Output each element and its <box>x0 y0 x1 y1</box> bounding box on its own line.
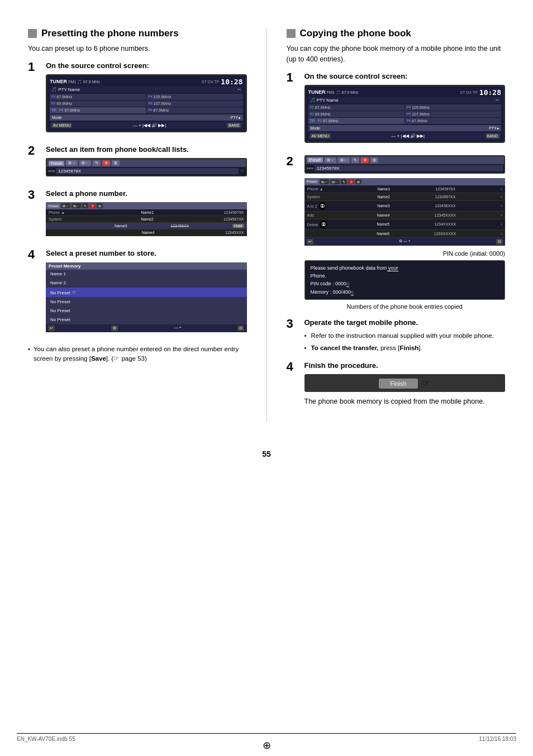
column-divider <box>266 28 267 422</box>
left-step-2: 2 Select an item from phone book/call li… <box>28 145 247 181</box>
left-list-panel: Preset ⊞→ ⊞← ✎ ③ ⊞ Phone ▲ Name1 1234567… <box>46 202 247 236</box>
left-column: Presetting the phone numbers You can pre… <box>28 28 247 422</box>
left-section-intro: You can preset up to 6 phone numbers. <box>28 44 247 54</box>
right-step-1-number: 1 <box>287 71 299 84</box>
left-device-screen-1: TUNER FM1 🎵 87.9 MHz ST DX TP 10:28 🎵 PT… <box>46 74 247 132</box>
phonebook-line-1: Please send phonebook data from your <box>311 264 499 272</box>
finish-button-panel: Finish ☞ <box>304 374 506 392</box>
step-1-content: On the source control screen: TUNER FM1 … <box>46 61 247 137</box>
step-4-label: Select a preset number to store. <box>46 248 247 259</box>
phonebook-line-2: Phone. <box>311 272 499 280</box>
step-2-label: Select an item from phone book/call list… <box>46 145 247 155</box>
right-step-4-number: 4 <box>287 361 299 373</box>
step-1-number: 1 <box>28 61 40 73</box>
phonebook-line-4: Memory : 000/400○ <box>311 288 499 296</box>
left-step-4: 4 Select a preset number to store. Prese… <box>28 248 247 336</box>
step-4-content: Select a preset number to store. Preset … <box>46 248 247 336</box>
right-step-2: 2 Preset ⊞→ ⊞← ✎ ③ ⊞ ≡≡≡ <box>287 155 506 310</box>
right-finish-note: The phone book memory is copied from the… <box>304 396 506 407</box>
right-section-intro: You can copy the phone book memory of a … <box>287 44 506 65</box>
right-section-title: Copying the phone book <box>300 28 411 39</box>
pin-code-note: PIN code (initial: 0000) <box>304 250 506 257</box>
step-3-number: 3 <box>28 189 40 201</box>
step-2-content: Select an item from phone book/call list… <box>46 145 247 181</box>
right-device-screen-1: TUNER FM1 🎵 87.9 MHz ST DX TP 10:28 🎵 PT… <box>304 85 506 143</box>
right-section-box <box>287 29 296 38</box>
left-step-1: 1 On the source control screen: TUNER FM… <box>28 61 247 137</box>
phonebook-data-panel: Please send phonebook data from your Pho… <box>304 260 506 300</box>
right-column: Copying the phone book You can copy the … <box>287 28 506 422</box>
right-step-1-label: On the source control screen: <box>304 71 506 82</box>
left-panel-step2: Preset ⊞→ ⊞← ✎ ③ ⊞ ≡≡≡ 12345678X ☞ <box>46 158 247 176</box>
step-4-number: 4 <box>28 248 40 261</box>
left-section-title: Presetting the phone numbers <box>41 28 179 39</box>
right-panel-step2a: Preset ⊞→ ⊞← ✎ ③ ⊞ ≡≡≡ 12345678X <box>304 155 506 174</box>
right-step-4-content: Finish the procedure. Finish ☞ The phone… <box>304 361 506 414</box>
bottom-left-text: EN_KW-AV70E.indb 55 <box>17 736 75 742</box>
left-bullet-note: You can also preset a phone number enter… <box>28 344 247 364</box>
page-number: 55 <box>11 449 522 458</box>
reg-mark-bottom: ⊕ <box>263 739 271 752</box>
right-section-header: Copying the phone book <box>287 28 506 39</box>
preset-memory-panel: Preset Memory Name 1 Name 2 No Preset ☞ … <box>46 262 247 332</box>
left-section-box <box>28 29 37 38</box>
right-step-3-content: Operate the target mobile phone. Refer t… <box>304 318 506 353</box>
right-step-4: 4 Finish the procedure. Finish ☞ The pho… <box>287 361 506 414</box>
numbers-copied-note: Numbers of the phone book entries copied <box>304 303 506 310</box>
right-step-3-number: 3 <box>287 318 299 330</box>
left-step-3: 3 Select a phone number. Preset ⊞→ ⊞← ✎ … <box>28 189 247 241</box>
step-2-number: 2 <box>28 145 40 157</box>
phonebook-line-3: PIN code : 0000○ <box>311 280 499 288</box>
right-list-panel: Preset ⊞→ ⊞← ✎ ③ ⊞ Phone ▲ Name1 1234567… <box>304 178 506 246</box>
right-step-4-label: Finish the procedure. <box>304 361 506 371</box>
right-step-3-bullet-1: Refer to the instruction manual supplied… <box>304 331 506 341</box>
right-step-1-content: On the source control screen: TUNER FM1 … <box>304 71 506 147</box>
bottom-right-text: 11/12/16 18:03 <box>479 736 516 742</box>
step-3-label: Select a phone number. <box>46 189 247 199</box>
right-step-3-label: Operate the target mobile phone. <box>304 318 506 328</box>
step-1-label: On the source control screen: <box>46 61 247 71</box>
left-section-header: Presetting the phone numbers <box>28 28 247 39</box>
right-step-1: 1 On the source control screen: TUNER FM… <box>287 71 506 147</box>
right-step-2-content: Preset ⊞→ ⊞← ✎ ③ ⊞ ≡≡≡ 12345678X <box>304 155 506 310</box>
finish-button[interactable]: Finish <box>379 379 417 389</box>
right-step-3: 3 Operate the target mobile phone. Refer… <box>287 318 506 353</box>
right-step-2-number: 2 <box>287 155 299 168</box>
right-step-3-bullet-2: To cancel the transfer, press [Finish]. <box>304 343 506 353</box>
step-3-content: Select a phone number. Preset ⊞→ ⊞← ✎ ③ … <box>46 189 247 241</box>
